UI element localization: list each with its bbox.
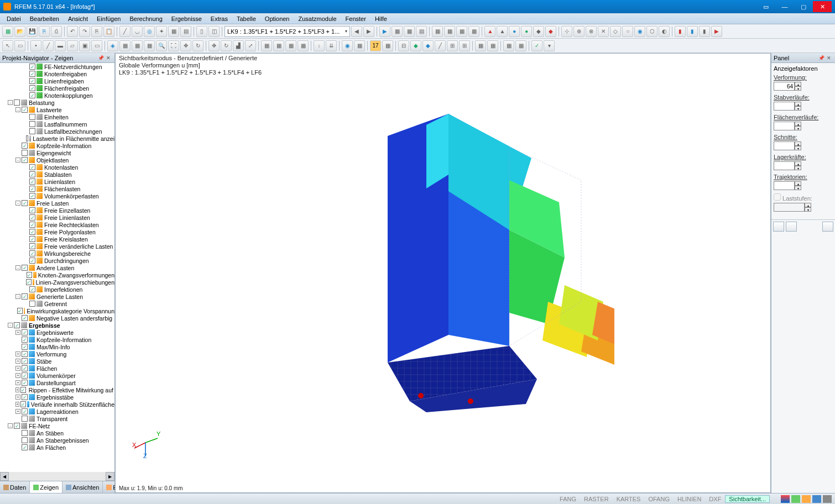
- status-ofang[interactable]: OFANG: [644, 495, 674, 503]
- flag-3[interactable]: ●: [509, 26, 520, 37]
- status-icon-3[interactable]: [802, 495, 811, 503]
- new-button[interactable]: ▦: [2, 26, 13, 37]
- edit-3[interactable]: ▦: [285, 40, 296, 51]
- results-2[interactable]: ▦: [404, 26, 415, 37]
- status-fang[interactable]: FANG: [556, 495, 580, 503]
- vis-1[interactable]: ▦: [503, 40, 514, 51]
- tree-item[interactable]: ✓Wirkungsbereiche: [0, 250, 114, 257]
- tree-item[interactable]: -✓Lastwerte: [0, 106, 114, 113]
- results-3[interactable]: ▤: [416, 26, 427, 37]
- tree-checkbox[interactable]: ✓: [29, 164, 35, 170]
- spinner-up[interactable]: ▴: [795, 181, 801, 186]
- tree-checkbox[interactable]: ✓: [29, 193, 35, 199]
- tree-checkbox[interactable]: ✓: [17, 308, 23, 314]
- tree-item[interactable]: An Stabergebnissen: [0, 437, 114, 444]
- snap-2[interactable]: ⊕: [573, 26, 584, 37]
- scale-button[interactable]: ⤢: [245, 40, 256, 51]
- tree-item[interactable]: ✓Flächenfreigaben: [0, 85, 114, 92]
- tree-item[interactable]: +✓Volumenkörper: [0, 372, 114, 379]
- solid-button[interactable]: ▣: [79, 40, 90, 51]
- tree-item[interactable]: -✓Freie Lasten: [0, 200, 114, 207]
- flag-4[interactable]: ●: [521, 26, 532, 37]
- tree-item[interactable]: ✓Knotenfreigaben: [0, 70, 114, 77]
- end-3[interactable]: ▮: [699, 26, 710, 37]
- tree-checkbox[interactable]: [14, 99, 20, 106]
- tree-checkbox[interactable]: ✓: [20, 387, 26, 393]
- menu-bearbeiten[interactable]: Bearbeiten: [25, 14, 64, 23]
- status-raster[interactable]: RASTER: [580, 495, 613, 503]
- view-x[interactable]: ▦: [119, 40, 131, 51]
- node-button[interactable]: •: [30, 40, 41, 51]
- cursor-button[interactable]: ↖: [2, 40, 13, 51]
- tree-item[interactable]: -✓Objektlasten: [0, 156, 114, 164]
- tool-axis[interactable]: ✦: [156, 26, 167, 37]
- end-2[interactable]: ▮: [687, 26, 698, 37]
- maximize-button[interactable]: ▢: [794, 1, 813, 12]
- lc-prev[interactable]: ◀: [351, 26, 362, 37]
- end-4[interactable]: ▶: [711, 26, 722, 37]
- tree-item[interactable]: Lastfallbezeichnungen: [0, 128, 114, 135]
- menu-einfügen[interactable]: Einfügen: [92, 14, 125, 23]
- tool-layer[interactable]: ▤: [180, 26, 191, 37]
- panel-btn-2[interactable]: [786, 222, 797, 232]
- mirror-button[interactable]: ▟: [233, 40, 244, 51]
- tree-checkbox[interactable]: ✓: [22, 380, 28, 386]
- surface-button[interactable]: ▱: [67, 40, 78, 51]
- tree-checkbox[interactable]: ✓: [22, 337, 28, 343]
- panel-pin-icon[interactable]: 📌: [817, 54, 825, 62]
- spinner-up[interactable]: ▴: [795, 141, 801, 146]
- tree-checkbox[interactable]: [22, 437, 28, 443]
- viewport-3d[interactable]: Sichtbarkeitsmodus - Benutzerdefiniert /…: [115, 53, 771, 493]
- tree-item[interactable]: ✓Freie Linienlasten: [0, 214, 114, 221]
- tree-checkbox[interactable]: ✓: [29, 92, 35, 98]
- flag-6[interactable]: ◆: [545, 26, 556, 37]
- drop-button[interactable]: ▾: [544, 40, 555, 51]
- tree-item[interactable]: +✓Verformung: [0, 350, 114, 358]
- menu-extras[interactable]: Extras: [206, 14, 232, 23]
- render-2[interactable]: ▦: [444, 26, 455, 37]
- tree-item[interactable]: Lastfallnummern: [0, 120, 114, 128]
- tree-item[interactable]: ✓Durchdringungen: [0, 257, 114, 264]
- tree-item[interactable]: +✓Flächen: [0, 365, 114, 372]
- tree-checkbox[interactable]: ✓: [29, 171, 35, 177]
- tool-win2[interactable]: ◫: [208, 26, 220, 37]
- tree-item[interactable]: +✓Verläufe innerhalb Stützenfläche: [0, 401, 114, 408]
- tree-item[interactable]: -✓Andere Lasten: [0, 264, 114, 271]
- tree-checkbox[interactable]: [29, 114, 35, 120]
- tree-item[interactable]: -✓Generierte Lasten: [0, 293, 114, 300]
- snap-5[interactable]: ◇: [610, 26, 621, 37]
- edit-1[interactable]: ▦: [261, 40, 272, 51]
- tree-checkbox[interactable]: ✓: [22, 394, 28, 400]
- tree-checkbox[interactable]: ✓: [29, 78, 35, 84]
- lc-next[interactable]: ▶: [363, 26, 374, 37]
- tree-item[interactable]: +✓Ergebniswerte: [0, 329, 114, 336]
- snap-4[interactable]: ✕: [598, 26, 609, 37]
- status-kartes[interactable]: KARTES: [613, 495, 645, 503]
- tree-checkbox[interactable]: ✓: [22, 107, 28, 113]
- tree-checkbox[interactable]: [29, 121, 35, 127]
- tree-item[interactable]: -✓FE-Netz: [0, 422, 114, 429]
- tree-checkbox[interactable]: ✓: [29, 186, 35, 192]
- tree-checkbox[interactable]: ✓: [29, 207, 35, 213]
- tree-checkbox[interactable]: ✓: [29, 243, 35, 249]
- edit-4[interactable]: ▦: [298, 40, 309, 51]
- tree-item[interactable]: ✓Einwirkungskategorie Vorspannun: [0, 307, 114, 314]
- flag-1[interactable]: ▲: [484, 26, 495, 37]
- load-2[interactable]: ⇊: [326, 40, 337, 51]
- select-button[interactable]: ▭: [14, 40, 25, 51]
- status-icon-1[interactable]: [781, 495, 790, 503]
- tool-grid[interactable]: ▦: [168, 26, 179, 37]
- menu-optionen[interactable]: Optionen: [260, 14, 294, 23]
- member-button[interactable]: ▬: [55, 40, 66, 51]
- tree-checkbox[interactable]: ✓: [22, 329, 28, 335]
- tree-checkbox[interactable]: ✓: [29, 236, 35, 242]
- tree-item[interactable]: ✓An Flächen: [0, 444, 114, 451]
- menu-berechnung[interactable]: Berechnung: [125, 14, 166, 23]
- tree-item[interactable]: +✓Ergebnisstäbe: [0, 393, 114, 401]
- tree-item[interactable]: ✓Freie veränderliche Lasten: [0, 243, 114, 250]
- flag-2[interactable]: ▲: [497, 26, 508, 37]
- tree-checkbox[interactable]: ✓: [14, 423, 20, 429]
- tree-checkbox[interactable]: ✓: [29, 229, 35, 235]
- minimize-button[interactable]: —: [775, 1, 794, 12]
- redo-button[interactable]: ↷: [79, 26, 90, 37]
